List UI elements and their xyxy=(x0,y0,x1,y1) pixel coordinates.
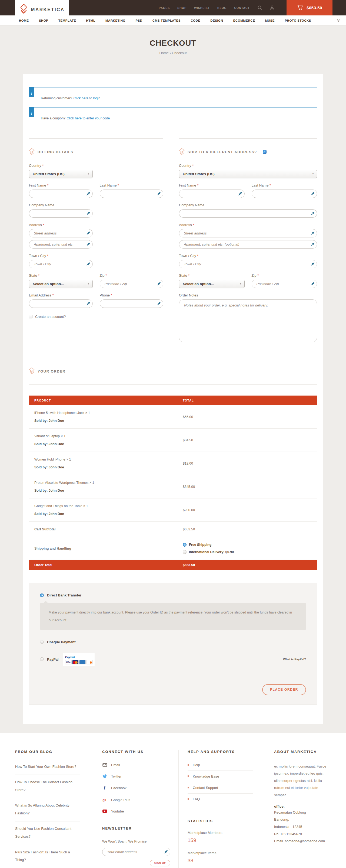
user-account-icon[interactable] xyxy=(270,5,275,10)
menu-marketing[interactable]: MARKETING xyxy=(105,19,126,22)
logo[interactable]: MARKETICA xyxy=(15,0,69,20)
payment-paypal[interactable]: PayPal PayPal VISA What is PayPal? xyxy=(40,653,306,666)
billing-phone-input[interactable] xyxy=(100,300,164,308)
shipping-option-international[interactable]: International Delivery: $5.90 xyxy=(183,550,312,554)
topnav-contact[interactable]: CONTACT xyxy=(234,6,250,9)
newsletter-signup-button[interactable]: SIGN UP xyxy=(150,860,170,866)
returning-customer-notice[interactable]: i Returning customer? Click here to logi… xyxy=(29,87,317,107)
shipping-company-input[interactable] xyxy=(179,209,317,218)
shipping-town-input[interactable] xyxy=(179,260,317,268)
blog-post-link[interactable]: How To Choose The Perfect Fashion Store? xyxy=(15,775,80,798)
coupon-link[interactable]: Click here to enter your code xyxy=(67,117,110,120)
billing-company-input[interactable] xyxy=(29,209,93,218)
menu-design[interactable]: DESIGN xyxy=(210,19,223,22)
topnav-shop[interactable]: SHOP xyxy=(177,6,186,9)
shipping-zip-input[interactable] xyxy=(252,280,317,288)
square-bullet-icon xyxy=(187,775,189,777)
product-total: $18.00 xyxy=(177,452,317,475)
order-row: Gadget and Things on the Table × 1 Sold … xyxy=(29,498,317,522)
twitter-link[interactable]: Twitter xyxy=(102,774,170,778)
pen-icon xyxy=(311,262,315,266)
shipping-state-select[interactable]: Select an option... ▼ xyxy=(179,280,245,288)
radio-unselected-icon[interactable] xyxy=(40,640,44,644)
billing-street-input[interactable] xyxy=(29,229,93,238)
youtube-link[interactable]: Youtube xyxy=(102,809,170,813)
chevron-down-icon: ▼ xyxy=(240,283,242,285)
pen-icon xyxy=(311,282,315,286)
login-link[interactable]: Click here to login xyxy=(73,96,100,100)
amex-card-icon xyxy=(79,660,86,664)
radio-selected-icon[interactable] xyxy=(183,543,186,547)
radio-unselected-icon[interactable] xyxy=(40,657,44,661)
payment-cheque[interactable]: Cheque Payment xyxy=(40,640,306,644)
billing-heading-label: BILLING DETAILS xyxy=(38,150,73,154)
order-notes-textarea[interactable] xyxy=(179,300,317,342)
topnav-pages[interactable]: PAGES xyxy=(159,6,170,9)
office-label: office: xyxy=(274,804,331,808)
billing-last-name-input[interactable] xyxy=(100,189,164,198)
newsletter-email-input[interactable] xyxy=(102,848,170,856)
blog-post-link[interactable]: What is So Alluring About Celebrity Fash… xyxy=(15,798,80,822)
contact-support-link[interactable]: Contact Support xyxy=(187,782,253,794)
menu-cms-templates[interactable]: CMS TEMPLATES xyxy=(152,19,180,22)
blog-post-link[interactable]: How To Start Your Own Fashion Store? xyxy=(15,763,80,775)
menu-photo-stocks[interactable]: PHOTO STOCKS xyxy=(285,19,311,22)
create-account-option[interactable]: Create an account? xyxy=(29,315,163,319)
create-account-label: Create an account? xyxy=(35,315,66,319)
twitter-icon xyxy=(102,774,107,778)
pen-icon xyxy=(86,262,90,266)
ship-different-checkbox[interactable]: ✓ xyxy=(263,150,267,154)
billing-apartment-input[interactable] xyxy=(29,240,93,249)
place-order-button[interactable]: PLACE ORDER xyxy=(262,684,306,695)
billing-town-input[interactable] xyxy=(29,260,93,268)
layers-tag-icon xyxy=(29,148,35,156)
menu-muse[interactable]: MUSE xyxy=(265,19,275,22)
billing-zip-input[interactable] xyxy=(100,280,164,288)
email-link[interactable]: Email xyxy=(102,763,170,767)
billing-company-field: Company Name xyxy=(29,203,93,218)
radio-unselected-icon[interactable] xyxy=(183,550,186,554)
info-icon: i xyxy=(29,88,34,97)
topnav-wishlist[interactable]: WISHLIST xyxy=(194,6,210,9)
what-is-paypal-link[interactable]: What is PayPal? xyxy=(283,658,306,661)
facebook-link[interactable]: f Facebook xyxy=(102,786,170,790)
menu-ecommerce[interactable]: ECOMMERCE xyxy=(233,19,255,22)
blog-post-link[interactable]: Plus Size Fashion: Is There Such a Thing… xyxy=(15,845,80,868)
shipping-first-name-input[interactable] xyxy=(179,189,245,198)
shipping-apartment-input[interactable] xyxy=(179,240,317,249)
google-plus-link[interactable]: g+ Google Plus xyxy=(102,798,170,802)
help-link[interactable]: Help xyxy=(187,763,253,771)
billing-state-select[interactable]: Select an option... ▼ xyxy=(29,280,93,288)
knowledge-base-link[interactable]: Knowladge Base xyxy=(187,771,253,782)
checkbox-unchecked-icon[interactable] xyxy=(29,315,32,318)
search-icon[interactable] xyxy=(257,5,263,10)
coupon-notice[interactable]: i Have a coupon? Click here to enter you… xyxy=(29,107,317,127)
cart-button[interactable]: $653.50 xyxy=(286,0,333,16)
office-phone-line: Ph. +6212345678 xyxy=(274,831,331,838)
menu-psd[interactable]: PSD xyxy=(135,19,142,22)
menu-html[interactable]: HTML xyxy=(86,19,96,22)
shipping-street-input[interactable] xyxy=(179,229,317,238)
shipping-option-free[interactable]: Free Shipping xyxy=(183,543,312,547)
billing-country-select[interactable]: United States (US) ▼ xyxy=(29,170,93,178)
shipping-zip-field: Zip * xyxy=(252,274,317,288)
radio-selected-icon[interactable] xyxy=(40,593,44,597)
breadcrumb-home[interactable]: Home xyxy=(159,51,169,55)
topnav-blog[interactable]: BLOG xyxy=(217,6,227,9)
office-address-line: Kecamatan Coblong xyxy=(274,809,331,816)
shipping-country-select[interactable]: United States (US) ▼ xyxy=(179,170,317,178)
shipping-last-name-input[interactable] xyxy=(252,189,317,198)
menu-code[interactable]: CODE xyxy=(191,19,200,22)
top-nav: PAGES SHOP WISHLIST BLOG CONTACT $653.50 xyxy=(159,0,333,16)
chevron-double-down-icon[interactable] xyxy=(337,19,340,22)
billing-first-name-input[interactable] xyxy=(29,189,93,198)
blog-post-link[interactable]: Should You Use Fashion Consultant Servic… xyxy=(15,822,80,845)
shipping-address-field: Address * xyxy=(179,223,317,238)
billing-email-input[interactable] xyxy=(29,300,93,308)
faq-link[interactable]: FAQ xyxy=(187,794,253,805)
pen-icon xyxy=(311,192,315,196)
layers-tag-icon xyxy=(29,367,35,375)
product-name: Gadget and Things on the Table × 1 xyxy=(34,504,172,508)
payment-bank-transfer[interactable]: Direct Bank Transfer xyxy=(40,593,306,597)
pen-icon xyxy=(86,231,90,235)
